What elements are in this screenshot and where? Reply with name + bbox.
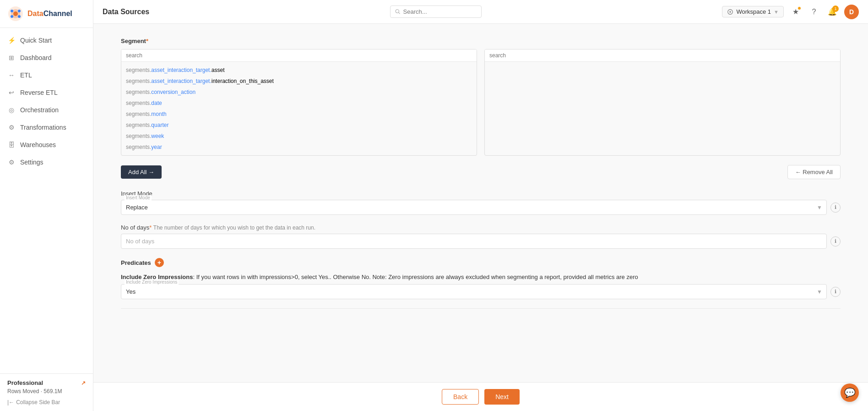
predicates-section: Predicates + Include Zero Impressions: I… <box>121 258 841 299</box>
notification-icon-button[interactable]: 🔔 1 <box>826 5 839 18</box>
include-zero-select[interactable]: Yes No <box>121 284 827 299</box>
header-actions: Workspace 1 ▼ ★ ? 🔔 1 D <box>722 5 859 19</box>
search-box[interactable] <box>390 5 482 18</box>
insert-mode-field-label: Insert Mode <box>125 195 152 200</box>
datachannel-logo <box>7 5 24 22</box>
next-button[interactable]: Next <box>484 389 520 405</box>
svg-point-3 <box>11 10 13 12</box>
add-predicate-button[interactable]: + <box>155 258 164 267</box>
segment-container: segments.asset_interaction_target.asset … <box>121 49 841 156</box>
svg-point-2 <box>13 11 18 16</box>
no-of-days-section: No of days* The number of days for which… <box>121 224 841 249</box>
list-item[interactable]: segments.asset_interaction_target.intera… <box>121 76 477 87</box>
no-of-days-wrap: ℹ <box>121 234 841 249</box>
search-input[interactable] <box>403 8 477 15</box>
include-zero-info-icon[interactable]: ℹ <box>830 287 841 297</box>
predicates-label: Predicates + <box>121 258 841 267</box>
rows-moved: Rows Moved · 569.1M <box>7 388 86 395</box>
sidebar-item-label-warehouses: Warehouses <box>20 141 56 148</box>
sidebar-nav: ⚡ Quick Start ⊞ Dashboard ↔ ETL ↩ Revers… <box>0 28 93 373</box>
svg-point-10 <box>730 11 732 13</box>
chat-bubble-button[interactable]: 💬 <box>841 384 859 402</box>
list-item[interactable]: segments.asset_interaction_target.asset <box>121 65 477 76</box>
dashboard-icon: ⊞ <box>7 54 16 62</box>
include-zero-wrap: Include Zero Impressions Yes No ▼ ℹ <box>121 284 841 299</box>
svg-point-6 <box>18 15 21 18</box>
no-of-days-desc: The number of days for which you wish to… <box>153 225 315 231</box>
insert-mode-select[interactable]: Replace Append Upsert <box>121 200 827 215</box>
sidebar-item-label-transformations: Transformations <box>20 124 66 131</box>
sidebar-item-reverse-etl[interactable]: ↩ Reverse ETL <box>0 84 93 101</box>
transformations-icon: ⚙ <box>7 123 16 132</box>
segment-required: * <box>146 38 148 44</box>
workspace-icon <box>727 9 733 15</box>
segment-label: Segment* <box>121 38 841 44</box>
segment-left-box: segments.asset_interaction_target.asset … <box>121 49 477 156</box>
sidebar-item-label-settings: Settings <box>20 159 43 166</box>
sidebar-item-dashboard[interactable]: ⊞ Dashboard <box>0 49 93 66</box>
no-of-days-info-icon[interactable]: ℹ <box>830 236 841 247</box>
sidebar-bottom: Professional ↗ Rows Moved · 569.1M |← Co… <box>0 373 93 411</box>
workspace-label: Workspace 1 <box>736 8 771 15</box>
workspace-selector[interactable]: Workspace 1 ▼ <box>722 6 784 17</box>
include-zero-field-label: Include Zero Impressions <box>125 279 179 285</box>
back-button[interactable]: Back <box>442 389 479 405</box>
sidebar-item-label-reverse-etl: Reverse ETL <box>20 89 58 96</box>
sidebar-item-etl[interactable]: ↔ ETL <box>0 66 93 84</box>
collapse-sidebar-button[interactable]: |← Collapse Side Bar <box>7 399 86 406</box>
plan-external-link[interactable]: ↗ <box>81 380 86 386</box>
etl-icon: ↔ <box>7 71 16 79</box>
remove-all-button[interactable]: ← Remove All <box>787 165 841 179</box>
list-item[interactable]: segments.quarter <box>121 120 477 131</box>
warehouses-icon: 🗄 <box>7 141 16 149</box>
segment-buttons-row: Add All → ← Remove All <box>121 165 841 179</box>
include-zero-section: Include Zero Impressions: If you want ro… <box>121 274 841 299</box>
search-icon <box>395 9 401 15</box>
chat-icon: 💬 <box>844 387 856 398</box>
main-area: Data Sources Workspace 1 ▼ ★ ? 🔔 <box>93 0 868 411</box>
add-all-button[interactable]: Add All → <box>121 165 162 179</box>
no-of-days-label: No of days* The number of days for which… <box>121 224 841 231</box>
collapse-label: Collapse Side Bar <box>16 399 60 406</box>
help-icon: ? <box>812 8 816 16</box>
collapse-icon: |← <box>7 399 14 406</box>
svg-line-8 <box>399 12 400 14</box>
sidebar-item-warehouses[interactable]: 🗄 Warehouses <box>0 136 93 153</box>
list-item[interactable]: segments.conversion_action <box>121 87 477 98</box>
notification-badge: 1 <box>832 5 839 12</box>
quick-start-icon: ⚡ <box>7 36 16 44</box>
logo-text-data: Data <box>27 10 43 17</box>
sidebar-item-label-dashboard: Dashboard <box>20 54 52 61</box>
list-item[interactable]: segments.year <box>121 142 477 153</box>
segment-right-box <box>484 49 841 156</box>
svg-point-5 <box>11 15 13 18</box>
no-of-days-input[interactable] <box>121 234 827 249</box>
segment-right-search[interactable] <box>485 49 840 62</box>
insert-mode-info-icon[interactable]: ℹ <box>830 203 841 213</box>
sidebar-item-quick-start[interactable]: ⚡ Quick Start <box>0 32 93 49</box>
list-item[interactable]: segments.week <box>121 131 477 142</box>
settings-icon: ⚙ <box>7 158 16 166</box>
orchestration-icon: ◎ <box>7 106 16 114</box>
list-item[interactable]: segments.date <box>121 98 477 109</box>
help-icon-button[interactable]: ? <box>808 5 820 18</box>
reverse-etl-icon: ↩ <box>7 88 16 97</box>
sidebar-item-settings[interactable]: ⚙ Settings <box>0 153 93 171</box>
header: Data Sources Workspace 1 ▼ ★ ? 🔔 <box>93 0 868 24</box>
plan-label: Professional <box>7 379 43 386</box>
sidebar-item-label-quick-start: Quick Start <box>20 37 52 44</box>
star-badge <box>797 6 801 10</box>
logo-text: DataChannel <box>27 10 72 18</box>
star-icon-button[interactable]: ★ <box>789 5 802 18</box>
footer: Back Next <box>93 382 868 411</box>
insert-mode-wrap: Insert Mode Replace Append Upsert ▼ ℹ <box>121 200 841 215</box>
segment-left-search[interactable] <box>121 49 477 62</box>
page-title: Data Sources <box>103 8 149 16</box>
user-avatar[interactable]: D <box>844 5 859 19</box>
plan-badge: Professional ↗ <box>7 379 86 386</box>
sidebar-item-transformations[interactable]: ⚙ Transformations <box>0 119 93 136</box>
content-area: Segment* segments.asset_interaction_targ… <box>93 24 868 382</box>
sidebar-item-orchestration[interactable]: ◎ Orchestration <box>0 101 93 119</box>
list-item[interactable]: segments.month <box>121 109 477 120</box>
footer-divider <box>121 308 841 309</box>
